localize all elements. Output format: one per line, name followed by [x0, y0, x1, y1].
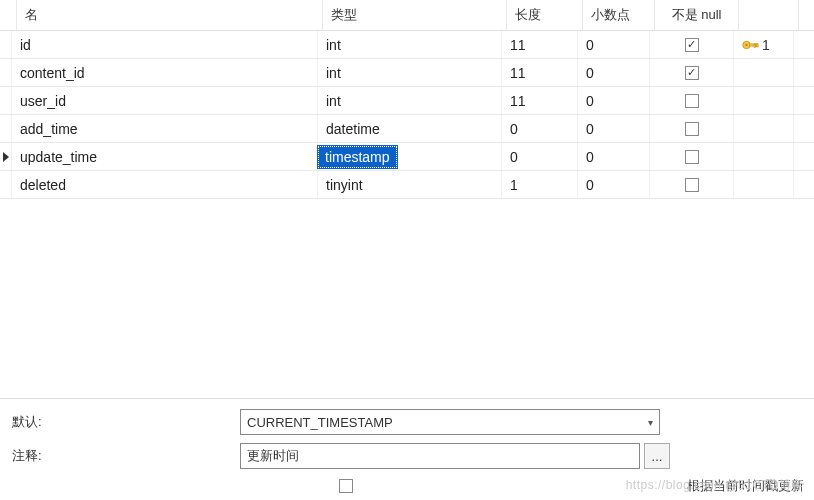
row-marker — [0, 59, 12, 86]
cell-name[interactable]: content_id — [12, 59, 318, 86]
cell-decimals[interactable]: 0 — [578, 59, 650, 86]
row-marker — [0, 115, 12, 142]
cell-type[interactable]: timestamp — [318, 143, 502, 170]
comment-value: 更新时间 — [247, 447, 299, 465]
cell-name[interactable]: user_id — [12, 87, 318, 114]
table-row[interactable]: deletedtinyint10 — [0, 171, 814, 199]
cell-key[interactable] — [734, 171, 794, 198]
cell-key[interactable] — [734, 115, 794, 142]
row-marker — [0, 87, 12, 114]
cell-decimals[interactable]: 0 — [578, 87, 650, 114]
default-value: CURRENT_TIMESTAMP — [247, 415, 393, 430]
cell-name[interactable]: update_time — [12, 143, 318, 170]
cell-decimals[interactable]: 0 — [578, 171, 650, 198]
row-marker — [0, 143, 12, 170]
table-row[interactable]: user_idint110 — [0, 87, 814, 115]
header-name[interactable]: 名 — [17, 0, 323, 30]
cell-length[interactable]: 0 — [502, 115, 578, 142]
columns-table: 名 类型 长度 小数点 不是 null idint1101content_idi… — [0, 0, 814, 199]
comment-label: 注释: — [10, 447, 240, 465]
cell-decimals[interactable]: 0 — [578, 143, 650, 170]
type-selected-editor[interactable]: timestamp — [318, 146, 397, 168]
svg-rect-4 — [757, 43, 759, 46]
notnull-checkbox[interactable] — [685, 178, 699, 192]
header-key — [739, 0, 799, 30]
row-marker — [0, 31, 12, 58]
cell-key[interactable] — [734, 59, 794, 86]
cell-length[interactable]: 1 — [502, 171, 578, 198]
table-empty-area[interactable] — [0, 199, 814, 399]
comment-more-button[interactable]: ... — [644, 443, 670, 469]
svg-rect-3 — [754, 43, 756, 47]
default-label: 默认: — [10, 413, 240, 431]
table-row[interactable]: idint1101 — [0, 31, 814, 59]
cell-decimals[interactable]: 0 — [578, 115, 650, 142]
cell-name[interactable]: add_time — [12, 115, 318, 142]
notnull-checkbox[interactable] — [685, 66, 699, 80]
cell-length[interactable]: 11 — [502, 31, 578, 58]
header-decimals[interactable]: 小数点 — [583, 0, 655, 30]
cell-type[interactable]: int — [318, 87, 502, 114]
table-row[interactable]: content_idint110 — [0, 59, 814, 87]
row-marker — [0, 171, 12, 198]
header-marker — [0, 0, 17, 30]
notnull-checkbox[interactable] — [685, 122, 699, 136]
chevron-down-icon: ▾ — [648, 417, 653, 428]
active-row-arrow-icon — [3, 152, 9, 162]
table-header: 名 类型 长度 小数点 不是 null — [0, 0, 814, 31]
cell-key[interactable] — [734, 87, 794, 114]
cell-notnull[interactable] — [650, 143, 734, 170]
cell-length[interactable]: 11 — [502, 59, 578, 86]
header-type[interactable]: 类型 — [323, 0, 507, 30]
cell-key[interactable] — [734, 143, 794, 170]
notnull-checkbox[interactable] — [685, 94, 699, 108]
cell-decimals[interactable]: 0 — [578, 31, 650, 58]
cell-length[interactable]: 0 — [502, 143, 578, 170]
cell-key[interactable]: 1 — [734, 31, 794, 58]
cell-length[interactable]: 11 — [502, 87, 578, 114]
cell-name[interactable]: deleted — [12, 171, 318, 198]
onupdate-checkbox[interactable] — [339, 479, 353, 493]
cell-type[interactable]: int — [318, 31, 502, 58]
svg-point-1 — [745, 43, 747, 45]
cell-name[interactable]: id — [12, 31, 318, 58]
table-row[interactable]: add_timedatetime00 — [0, 115, 814, 143]
default-dropdown[interactable]: CURRENT_TIMESTAMP ▾ — [240, 409, 660, 435]
cell-type[interactable]: tinyint — [318, 171, 502, 198]
cell-notnull[interactable] — [650, 31, 734, 58]
cell-notnull[interactable] — [650, 115, 734, 142]
notnull-checkbox[interactable] — [685, 150, 699, 164]
watermark-text: https://blog.csdn @51CTO博客 — [626, 477, 804, 494]
primary-key-icon: 1 — [742, 37, 770, 53]
cell-notnull[interactable] — [650, 171, 734, 198]
table-row[interactable]: update_timetimestamp00 — [0, 143, 814, 171]
cell-type[interactable]: int — [318, 59, 502, 86]
key-index: 1 — [762, 37, 770, 53]
cell-notnull[interactable] — [650, 59, 734, 86]
header-notnull[interactable]: 不是 null — [655, 0, 739, 30]
notnull-checkbox[interactable] — [685, 38, 699, 52]
header-length[interactable]: 长度 — [507, 0, 583, 30]
cell-notnull[interactable] — [650, 87, 734, 114]
cell-type[interactable]: datetime — [318, 115, 502, 142]
comment-input[interactable]: 更新时间 — [240, 443, 640, 469]
